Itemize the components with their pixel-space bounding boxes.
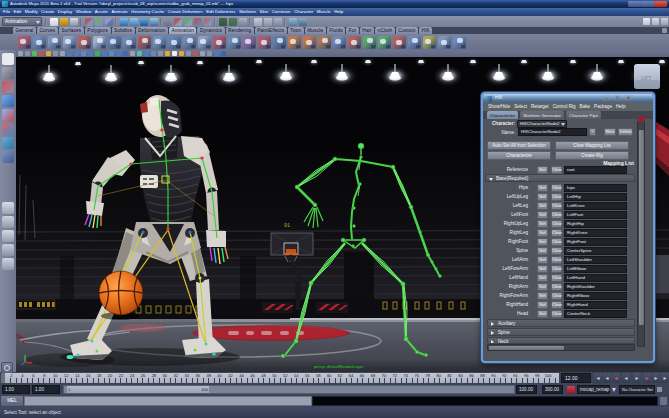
- svg-text:01: 01: [284, 223, 290, 229]
- svg-text:persp: defaultRenderLayer: persp: defaultRenderLayer: [314, 364, 364, 369]
- svg-text:LIFT: LIFT: [641, 75, 651, 81]
